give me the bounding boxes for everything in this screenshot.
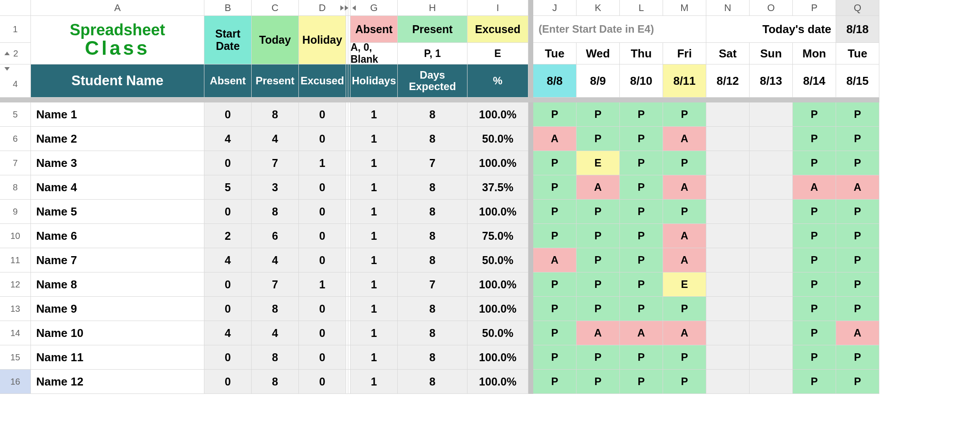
attendance-cell[interactable] bbox=[706, 297, 750, 321]
summary-value[interactable]: 1 bbox=[351, 321, 398, 345]
summary-value[interactable]: 4 bbox=[204, 321, 252, 345]
attendance-cell[interactable]: A bbox=[663, 175, 706, 200]
row-header-9[interactable]: 9 bbox=[0, 200, 31, 224]
summary-value[interactable]: 100.0% bbox=[467, 370, 528, 394]
summary-value[interactable]: 100.0% bbox=[467, 297, 528, 321]
summary-value[interactable]: 50.0% bbox=[467, 248, 528, 272]
summary-value[interactable]: 0 bbox=[299, 370, 346, 394]
attendance-cell[interactable]: P bbox=[620, 345, 663, 370]
attendance-cell[interactable]: P bbox=[577, 102, 620, 127]
summary-value[interactable]: 1 bbox=[351, 127, 398, 151]
summary-value[interactable]: 8 bbox=[398, 127, 467, 151]
summary-value[interactable]: 100.0% bbox=[467, 272, 528, 297]
student-name[interactable]: Name 12 bbox=[31, 370, 204, 394]
attendance-cell[interactable] bbox=[750, 272, 793, 297]
attendance-cell[interactable]: P bbox=[793, 200, 836, 224]
attendance-cell[interactable]: P bbox=[533, 297, 577, 321]
attendance-cell[interactable]: A bbox=[663, 127, 706, 151]
attendance-cell[interactable] bbox=[750, 248, 793, 272]
attendance-cell[interactable]: A bbox=[836, 175, 879, 200]
attendance-cell[interactable] bbox=[706, 248, 750, 272]
attendance-cell[interactable]: A bbox=[577, 321, 620, 345]
attendance-cell[interactable] bbox=[706, 224, 750, 248]
student-name[interactable]: Name 5 bbox=[31, 200, 204, 224]
attendance-cell[interactable]: P bbox=[620, 248, 663, 272]
summary-value[interactable]: 1 bbox=[351, 200, 398, 224]
attendance-cell[interactable] bbox=[750, 151, 793, 175]
summary-value[interactable]: 8 bbox=[252, 200, 299, 224]
summary-value[interactable]: 0 bbox=[299, 345, 346, 370]
summary-value[interactable]: 1 bbox=[299, 151, 346, 175]
summary-value[interactable]: 7 bbox=[252, 272, 299, 297]
col-header-N[interactable]: N bbox=[706, 0, 750, 16]
attendance-cell[interactable] bbox=[706, 321, 750, 345]
col-header-J[interactable]: J bbox=[533, 0, 577, 16]
summary-value[interactable]: 4 bbox=[252, 321, 299, 345]
attendance-cell[interactable] bbox=[706, 200, 750, 224]
attendance-cell[interactable]: P bbox=[836, 370, 879, 394]
attendance-cell[interactable]: A bbox=[577, 175, 620, 200]
summary-value[interactable]: 8 bbox=[398, 224, 467, 248]
summary-value[interactable]: 8 bbox=[252, 102, 299, 127]
summary-value[interactable]: 1 bbox=[351, 175, 398, 200]
attendance-cell[interactable]: A bbox=[836, 321, 879, 345]
col-header-C[interactable]: C bbox=[252, 0, 299, 16]
col-header-G[interactable]: G bbox=[351, 0, 398, 16]
attendance-cell[interactable]: P bbox=[793, 127, 836, 151]
attendance-cell[interactable]: P bbox=[533, 370, 577, 394]
attendance-cell[interactable] bbox=[706, 151, 750, 175]
summary-value[interactable]: 0 bbox=[204, 272, 252, 297]
attendance-cell[interactable]: P bbox=[577, 127, 620, 151]
attendance-cell[interactable]: P bbox=[577, 248, 620, 272]
summary-value[interactable]: 100.0% bbox=[467, 151, 528, 175]
row-header-2[interactable]: 2 bbox=[0, 43, 31, 64]
summary-value[interactable]: 8 bbox=[252, 345, 299, 370]
summary-value[interactable]: 1 bbox=[351, 248, 398, 272]
attendance-cell[interactable]: P bbox=[793, 345, 836, 370]
col-header-L[interactable]: L bbox=[620, 0, 663, 16]
attendance-cell[interactable]: P bbox=[836, 272, 879, 297]
col-header-M[interactable]: M bbox=[663, 0, 706, 16]
attendance-cell[interactable]: P bbox=[663, 200, 706, 224]
summary-value[interactable]: 4 bbox=[204, 127, 252, 151]
summary-value[interactable]: 8 bbox=[252, 297, 299, 321]
summary-value[interactable]: 0 bbox=[299, 321, 346, 345]
row-header-16[interactable]: 16 bbox=[0, 370, 31, 394]
attendance-cell[interactable]: P bbox=[620, 175, 663, 200]
col-header-I[interactable]: I bbox=[467, 0, 528, 16]
row-header-12[interactable]: 12 bbox=[0, 272, 31, 297]
attendance-cell[interactable]: P bbox=[793, 248, 836, 272]
attendance-cell[interactable]: P bbox=[620, 102, 663, 127]
summary-value[interactable]: 100.0% bbox=[467, 200, 528, 224]
col-header-Q[interactable]: Q bbox=[836, 0, 879, 16]
summary-value[interactable]: 1 bbox=[351, 297, 398, 321]
row-header-11[interactable]: 11 bbox=[0, 248, 31, 272]
row-header-collapse[interactable]: 4 bbox=[0, 64, 31, 98]
summary-value[interactable]: 5 bbox=[204, 175, 252, 200]
student-name[interactable]: Name 11 bbox=[31, 345, 204, 370]
row-header-10[interactable]: 10 bbox=[0, 224, 31, 248]
summary-value[interactable]: 75.0% bbox=[467, 224, 528, 248]
summary-value[interactable]: 3 bbox=[252, 175, 299, 200]
col-header-H[interactable]: H bbox=[398, 0, 467, 16]
attendance-cell[interactable]: P bbox=[577, 200, 620, 224]
attendance-cell[interactable]: P bbox=[577, 224, 620, 248]
summary-value[interactable]: 50.0% bbox=[467, 127, 528, 151]
summary-value[interactable]: 8 bbox=[252, 370, 299, 394]
summary-value[interactable]: 7 bbox=[252, 151, 299, 175]
attendance-cell[interactable]: P bbox=[577, 345, 620, 370]
attendance-cell[interactable]: P bbox=[620, 370, 663, 394]
summary-value[interactable]: 1 bbox=[351, 370, 398, 394]
attendance-cell[interactable]: P bbox=[663, 297, 706, 321]
summary-value[interactable]: 2 bbox=[204, 224, 252, 248]
summary-value[interactable]: 4 bbox=[204, 248, 252, 272]
attendance-cell[interactable]: P bbox=[620, 224, 663, 248]
attendance-cell[interactable] bbox=[750, 370, 793, 394]
attendance-cell[interactable]: P bbox=[577, 297, 620, 321]
summary-value[interactable]: 7 bbox=[398, 151, 467, 175]
attendance-cell[interactable]: P bbox=[577, 272, 620, 297]
attendance-cell[interactable]: A bbox=[663, 321, 706, 345]
attendance-cell[interactable]: P bbox=[793, 272, 836, 297]
row-header-15[interactable]: 15 bbox=[0, 345, 31, 370]
row-header-7[interactable]: 7 bbox=[0, 151, 31, 175]
